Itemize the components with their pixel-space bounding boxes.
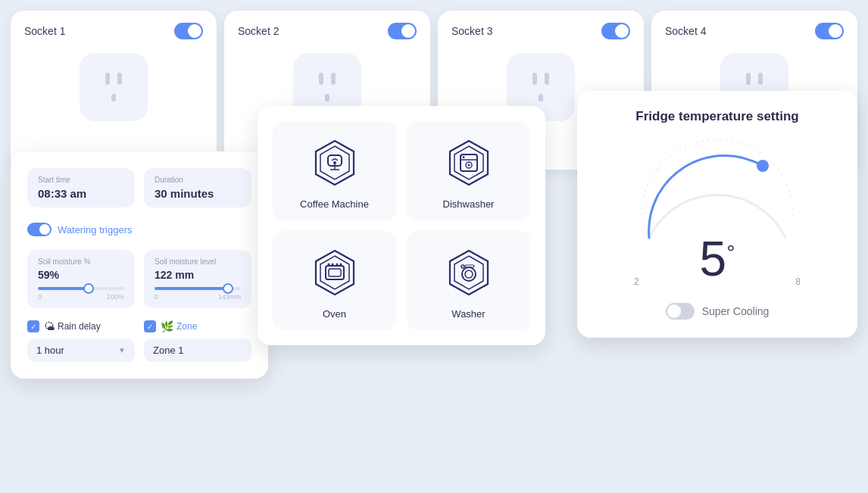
watering-trigger-label: Watering triggers (58, 224, 133, 236)
soil-level-label: Soil moisture level (155, 257, 241, 266)
watering-panel: Start time 08:33 am Duration 30 minutes … (11, 151, 268, 379)
coffee-machine-icon (308, 136, 361, 189)
svg-marker-14 (320, 256, 349, 289)
socket-3-prong-left (532, 73, 537, 85)
start-time-label: Start time (38, 176, 124, 184)
zone-value: Zone 1 (144, 339, 251, 362)
socket-4-toggle[interactable]: ✓ (815, 23, 844, 39)
svg-marker-13 (316, 251, 354, 295)
socket-4-check-icon: ✓ (835, 27, 841, 36)
rain-delay-select[interactable]: 1 hour ▼ (27, 339, 135, 362)
zone-check-icon: ✓ (147, 323, 153, 331)
appliance-item-dishwasher[interactable]: Dishwasher (407, 121, 530, 220)
svg-marker-22 (454, 256, 483, 289)
socket-2-title: Socket 2 (238, 25, 279, 37)
soil-moisture-block: Soil moisture % 59% 0 100% (27, 250, 135, 308)
socket-prongs-top (105, 73, 122, 85)
dishwasher-icon (442, 136, 495, 189)
temperature-value: 5 (700, 235, 727, 283)
socket-2-toggle[interactable]: ✓ (388, 23, 417, 39)
socket-2-prongs-top (319, 73, 336, 85)
soil-moisture-max: 100% (107, 293, 124, 301)
soil-level-fill (155, 287, 228, 290)
svg-point-23 (462, 267, 476, 281)
rain-delay-block: ✓ 🌤 Rain delay 1 hour ▼ (27, 320, 135, 362)
watering-trigger-toggle[interactable] (27, 223, 52, 236)
appliance-item-coffee[interactable]: Coffee Machine (273, 121, 396, 220)
temperature-display: 5 ° (700, 235, 735, 283)
watering-trigger-row: Watering triggers (27, 223, 251, 236)
duration-block: Duration 30 minutes (144, 168, 251, 207)
zone-grass-icon: 🌿 (161, 320, 173, 332)
dishwasher-label: Dishwasher (443, 198, 495, 210)
svg-marker-6 (450, 141, 488, 185)
prong-left (105, 73, 110, 85)
soil-moisture-value: 59% (38, 269, 124, 281)
super-cooling-toggle[interactable] (666, 303, 695, 320)
dial-ticks (642, 139, 793, 238)
rain-delay-checkbox[interactable]: ✓ (27, 320, 39, 332)
socket-1-header: Socket 1 ✓ (24, 23, 203, 39)
socket-1-toggle[interactable]: ✓ (174, 23, 203, 39)
socket-3-prong-right (545, 73, 549, 85)
zone-text: Zone (176, 321, 197, 332)
svg-point-12 (462, 156, 464, 158)
svg-point-18 (331, 264, 333, 266)
svg-marker-7 (454, 146, 483, 179)
socket-1-title: Socket 1 (24, 25, 65, 37)
washer-icon (442, 246, 495, 299)
rain-delay-check-icon: ✓ (30, 323, 36, 331)
prong-bottom (111, 94, 116, 101)
svg-rect-26 (465, 265, 474, 267)
appliance-item-oven[interactable]: Oven (273, 231, 396, 330)
soil-moisture-min: 0 (38, 293, 42, 301)
chevron-down-icon: ▼ (118, 346, 126, 354)
svg-point-3 (333, 161, 336, 164)
duration-value: 30 minutes (155, 187, 241, 200)
svg-point-19 (336, 264, 338, 266)
zone-checkbox[interactable]: ✓ (144, 320, 156, 332)
socket-3-prongs-top (532, 73, 549, 85)
soil-level-slider-track[interactable] (155, 287, 241, 290)
socket-3-toggle[interactable]: ✓ (601, 23, 630, 39)
rain-delay-value: 1 hour (36, 345, 64, 356)
socket-2-prong-left (319, 73, 323, 85)
socket-1-icon (80, 53, 148, 121)
rain-delay-text: Rain delay (58, 321, 101, 332)
socket-4-prongs-top (746, 73, 763, 85)
zone-header: ✓ 🌿 Zone (144, 320, 251, 332)
soil-moisture-slider-track[interactable] (38, 287, 124, 290)
appliance-item-washer[interactable]: Washer (407, 231, 530, 330)
moisture-row: Soil moisture % 59% 0 100% Soil moisture… (27, 250, 251, 308)
soil-moisture-fill (38, 287, 89, 290)
svg-rect-16 (329, 269, 341, 276)
socket-2-header: Socket 2 ✓ (238, 23, 417, 39)
socket-4-prong-left (746, 73, 751, 85)
zone-label: 🌿 Zone (161, 320, 197, 332)
socket-4-prong-right (758, 73, 763, 85)
soil-level-thumb[interactable] (223, 283, 233, 294)
soil-moisture-label: Soil moisture % (38, 257, 124, 266)
oven-icon (308, 246, 361, 299)
washer-label: Washer (451, 308, 485, 320)
coffee-machine-label: Coffee Machine (300, 198, 369, 210)
socket-2-prong-right (331, 73, 336, 85)
appliance-panel: Coffee Machine Dishwasher (258, 106, 545, 345)
soil-level-max: 143mm (218, 293, 241, 301)
oven-label: Oven (323, 308, 346, 320)
socket-3-header: Socket 3 ✓ (451, 23, 630, 39)
dial-container: 5 ° 2 8 (619, 139, 816, 291)
svg-point-25 (461, 265, 464, 268)
socket-2-check-icon: ✓ (407, 27, 414, 36)
svg-point-24 (465, 270, 473, 278)
svg-point-11 (467, 164, 470, 167)
temperature-unit: ° (726, 241, 735, 265)
socket-4-header: Socket 4 ✓ (665, 23, 844, 39)
socket-2-prong-bottom (325, 94, 329, 101)
appliance-grid: Coffee Machine Dishwasher (273, 121, 530, 330)
socket-1-icon-area (24, 53, 203, 121)
socket-3-title: Socket 3 (451, 25, 492, 37)
start-time-block: Start time 08:33 am (27, 168, 135, 207)
rain-delay-label: 🌤 Rain delay (44, 320, 101, 332)
soil-moisture-thumb[interactable] (83, 283, 94, 294)
